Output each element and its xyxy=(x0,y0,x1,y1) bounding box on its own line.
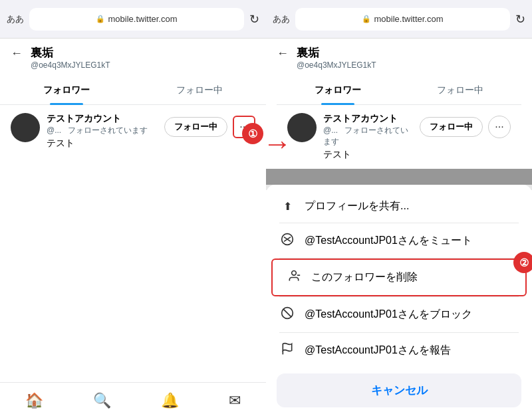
user-info-left: テストアカウント @... フォローされています テスト xyxy=(47,113,158,150)
messages-icon-left[interactable]: ✉ xyxy=(229,392,241,409)
action-report[interactable]: @TestAccountJP01さんを報告 xyxy=(266,333,532,368)
profile-title-left: 裏垢 @oe4q3MxJYLEG1kT xyxy=(31,45,110,70)
user-name-right: テストアカウント xyxy=(323,113,398,125)
left-phone-panel: ああ 🔒 mobile.twitter.com ↻ ← 裏垢 @oe4q3MxJ… xyxy=(0,0,266,418)
step-badge-1: ① xyxy=(242,123,263,144)
bottom-nav-left: 🏠 🔍 🔔 ✉ xyxy=(0,382,266,418)
profile-name-left: 裏垢 xyxy=(31,45,110,60)
action-block[interactable]: @TestAccountJP01さんをブロック xyxy=(266,297,532,332)
mute-icon xyxy=(279,233,295,249)
svg-line-4 xyxy=(283,309,291,317)
profile-name-right: 裏垢 xyxy=(297,45,376,60)
share-icon: ⬆ xyxy=(279,200,295,213)
profile-handle-right: @oe4q3MxJYLEG1kT xyxy=(297,60,376,70)
url-bar-left[interactable]: 🔒 mobile.twitter.com xyxy=(29,8,244,31)
remove-follower-icon xyxy=(286,269,302,286)
block-icon xyxy=(279,306,295,323)
more-button-right[interactable]: ··· xyxy=(488,116,511,138)
action-mute[interactable]: @TestAccountJP01さんをミュート xyxy=(266,223,532,258)
user-bio-left: テスト xyxy=(47,138,158,150)
browser-bar-right: ああ 🔒 mobile.twitter.com ↻ xyxy=(266,0,532,39)
profile-handle-left: @oe4q3MxJYLEG1kT xyxy=(31,60,110,70)
browser-bar-left: ああ 🔒 mobile.twitter.com ↻ xyxy=(0,0,266,39)
user-info-right: テストアカウント @... フォローされています テスト xyxy=(323,113,413,161)
user-name-left: テストアカウント xyxy=(47,113,121,125)
user-bio-right: テスト xyxy=(323,149,413,161)
app-content-left: ← 裏垢 @oe4q3MxJYLEG1kT フォロワー フォロー中 テストアカウ… xyxy=(0,39,266,382)
home-icon-left[interactable]: 🏠 xyxy=(25,392,43,409)
aa-label-left: ああ xyxy=(7,13,24,25)
action-remove-wrapper: このフォロワーを削除 ② xyxy=(266,259,532,296)
overlay-bg-right: ← 裏垢 @oe4q3MxJYLEG1kT フォロワー フォロー中 テストアカウ… xyxy=(266,39,532,418)
user-item-right: テストアカウント @... フォローされています テスト フォロー中 ··· xyxy=(277,105,521,169)
url-bar-right[interactable]: 🔒 mobile.twitter.com xyxy=(295,8,510,31)
notifications-icon-left[interactable]: 🔔 xyxy=(161,392,179,409)
action-block-label: @TestAccountJP01さんをブロック xyxy=(305,308,472,322)
user-actions-right: フォロー中 ··· xyxy=(420,116,511,138)
tab-following-left[interactable]: フォロー中 xyxy=(133,76,266,104)
follow-button-right[interactable]: フォロー中 xyxy=(420,117,483,137)
tabs-left: フォロワー フォロー中 xyxy=(0,76,266,105)
aa-label-right: ああ xyxy=(273,13,290,25)
tab-followers-right[interactable]: フォロワー xyxy=(277,76,399,104)
action-remove-label: このフォロワーを削除 xyxy=(311,270,418,284)
action-report-label: @TestAccountJP01さんを報告 xyxy=(305,344,451,358)
tab-following-right[interactable]: フォロー中 xyxy=(399,76,521,104)
arrow-container: → xyxy=(266,129,292,158)
app-header-left: ← 裏垢 @oe4q3MxJYLEG1kT xyxy=(0,39,266,70)
svg-point-1 xyxy=(292,271,297,276)
user-handle-status-left: @... フォローされています xyxy=(47,125,158,136)
report-icon xyxy=(279,342,295,359)
red-arrow-icon: → xyxy=(266,129,292,158)
tab-followers-left[interactable]: フォロワー xyxy=(0,76,133,104)
search-icon-left[interactable]: 🔍 xyxy=(93,392,111,409)
user-item-left: テストアカウント @... フォローされています テスト フォロー中 ··· xyxy=(0,105,266,157)
action-sheet: ⬆ プロフィールを共有... @TestAccountJP01さんをミュート xyxy=(266,185,532,418)
profile-title-right: 裏垢 @oe4q3MxJYLEG1kT xyxy=(297,45,376,70)
app-header-right: ← 裏垢 @oe4q3MxJYLEG1kT xyxy=(277,45,521,70)
right-header-area: ← 裏垢 @oe4q3MxJYLEG1kT フォロワー フォロー中 テストアカウ… xyxy=(266,39,532,169)
back-button-left[interactable]: ← xyxy=(11,47,23,60)
step-badge-2: ② xyxy=(513,252,532,273)
reload-btn-left[interactable]: ↻ xyxy=(249,12,259,27)
tabs-right: フォロワー フォロー中 xyxy=(277,76,521,105)
back-button-right[interactable]: ← xyxy=(277,47,289,60)
url-text-left: mobile.twitter.com xyxy=(108,14,177,24)
action-remove-follower[interactable]: このフォロワーを削除 xyxy=(271,259,527,296)
user-name-row-left: テストアカウント xyxy=(47,113,158,125)
lock-icon-right: 🔒 xyxy=(362,15,371,23)
cancel-button-sheet[interactable]: キャンセル xyxy=(277,373,521,407)
avatar-left xyxy=(11,113,40,142)
reload-btn-right[interactable]: ↻ xyxy=(515,12,525,27)
follow-button-left[interactable]: フォロー中 xyxy=(164,117,227,137)
lock-icon-left: 🔒 xyxy=(96,15,105,23)
action-mute-label: @TestAccountJP01さんをミュート xyxy=(305,234,472,248)
user-handle-status-right: @... フォローされています xyxy=(323,125,413,148)
action-share[interactable]: ⬆ プロフィールを共有... xyxy=(266,190,532,223)
right-phone-panel: ああ 🔒 mobile.twitter.com ↻ ← 裏垢 @oe4q3MxJ… xyxy=(266,0,532,418)
url-text-right: mobile.twitter.com xyxy=(374,14,443,24)
dimmed-overlay xyxy=(266,169,532,185)
action-share-label: プロフィールを共有... xyxy=(305,199,409,213)
